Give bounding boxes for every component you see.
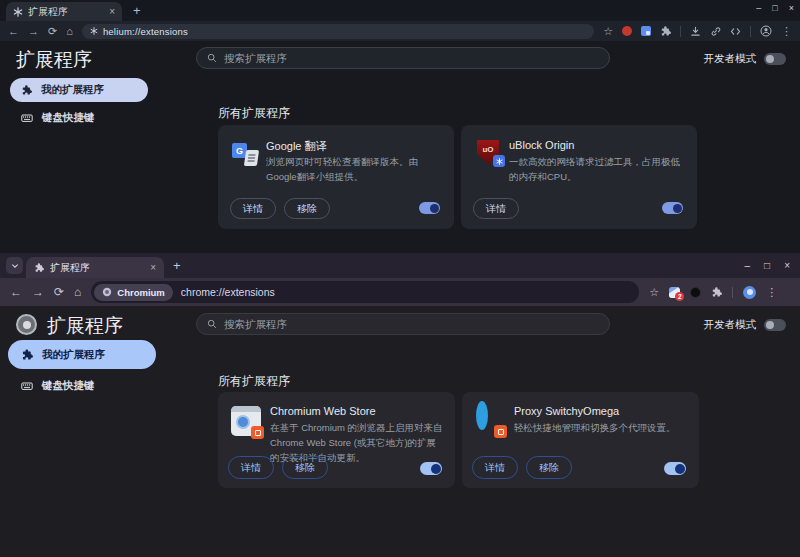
minimize-button[interactable]: – [756,3,761,13]
extension-enabled-toggle[interactable] [419,202,440,214]
details-button[interactable]: 详情 [472,456,518,479]
card-actions: 详情 移除 [472,456,572,479]
tab-extensions[interactable]: 扩展程序 × [26,257,164,278]
extensions-puzzle-icon[interactable] [711,287,722,298]
chromium-web-store-icon [231,406,261,436]
code-icon[interactable] [730,26,741,37]
page-title: 扩展程序 [47,313,123,339]
developer-mode-control: 开发者模式 [704,52,787,66]
close-window-button[interactable]: × [784,260,790,271]
home-icon[interactable]: ⌂ [74,286,81,298]
extension-name: Google 翻译 [266,139,327,154]
developer-mode-toggle[interactable] [764,53,786,65]
extension-enabled-toggle[interactable] [662,202,683,214]
extensions-search[interactable] [196,47,610,69]
section-title: 所有扩展程序 [218,105,290,122]
download-icon[interactable] [690,26,701,37]
card-actions: 详情 [473,198,519,219]
forward-icon[interactable]: → [32,286,44,298]
extension-enabled-toggle[interactable] [420,462,442,475]
card-actions: 详情 移除 [228,456,328,479]
chromium-browser-window: 扩展程序 × + – □ × ← → ⟳ ⌂ Chromium chrome:/… [0,253,800,557]
puzzle-icon [21,85,32,96]
helium-toolbar: ← → ⟳ ⌂ helium://extensions ☆ [0,21,800,41]
back-icon[interactable]: ← [8,26,19,37]
puzzle-favicon-icon [34,263,44,273]
details-button[interactable]: 详情 [230,198,276,219]
back-icon[interactable]: ← [10,286,22,298]
remove-button[interactable]: 移除 [282,456,328,479]
card-actions: 详情 移除 [230,198,330,219]
profile-icon[interactable] [760,25,772,37]
minimize-button[interactable]: – [745,260,751,271]
tab-extensions[interactable]: 扩展程序 × [6,2,122,21]
extension-card-chromium-web-store: Chromium Web Store 在基于 Chromium 的浏览器上启用对… [218,392,455,488]
url-text: helium://extensions [103,26,188,37]
toolbar-divider [750,26,751,37]
bookmark-star-icon[interactable]: ☆ [603,25,613,38]
new-tab-button[interactable]: + [133,3,141,18]
chromium-site-chip[interactable]: Chromium [94,284,173,301]
search-input[interactable] [224,318,599,330]
extension-enabled-toggle[interactable] [664,462,686,475]
close-window-button[interactable]: × [789,3,794,13]
tab-close-icon[interactable]: × [150,263,156,273]
extension-name: Proxy SwitchyOmega [514,405,619,417]
chip-label: Chromium [117,287,165,298]
link-icon[interactable] [710,26,721,37]
chromium-toolbar: ← → ⟳ ⌂ Chromium chrome://extensions ☆ 2 [0,278,800,306]
menu-kebab-icon[interactable]: ⋮ [781,25,792,38]
bookmark-star-icon[interactable]: ☆ [649,286,659,299]
extension-card-google-translate: G Google 翻译 浏览网页时可轻松查看翻译版本。由Google翻译小组提供… [218,125,454,229]
extension-badge-count: 2 [675,292,684,301]
address-bar[interactable]: helium://extensions [82,24,594,39]
sidebar-item-keyboard-shortcuts[interactable]: 键盘快捷键 [21,379,95,393]
update-badge-icon [251,426,264,439]
sidebar-item-my-extensions[interactable]: 我的扩展程序 [8,340,156,369]
toolbar-divider [732,287,733,298]
search-icon [207,319,217,329]
google-translate-icon: G [232,140,258,166]
search-icon [207,53,217,63]
profile-avatar[interactable] [743,286,756,299]
search-input[interactable] [224,52,599,64]
details-button[interactable]: 详情 [228,456,274,479]
sidebar-item-my-extensions[interactable]: 我的扩展程序 [10,78,148,102]
page-title: 扩展程序 [16,47,92,73]
maximize-button[interactable]: □ [772,3,777,13]
tab-search-chevron-icon[interactable] [6,257,23,274]
section-title: 所有扩展程序 [218,373,290,390]
remove-button[interactable]: 移除 [526,456,572,479]
helium-badge-icon [493,155,505,167]
puzzle-icon [21,349,33,361]
extension-description: 轻松快捷地管理和切换多个代理设置。 [514,420,688,435]
helium-favicon-icon [13,7,23,17]
tab-close-icon[interactable]: × [109,7,115,17]
maximize-button[interactable]: □ [764,260,770,271]
developer-mode-label: 开发者模式 [704,52,757,66]
chromium-extensions-page: 扩展程序 开发者模式 我的扩展程序 键 [0,306,800,557]
address-bar[interactable]: Chromium chrome://extensions [91,281,639,303]
developer-mode-control: 开发者模式 [704,318,787,332]
helium-extensions-page: 扩展程序 开发者模式 我的扩展程序 键 [0,41,800,253]
menu-kebab-icon[interactable]: ⋮ [766,286,777,299]
sidebar-item-keyboard-shortcuts[interactable]: 键盘快捷键 [21,111,95,125]
helium-site-icon [90,27,98,35]
details-button[interactable]: 详情 [473,198,519,219]
extensions-search[interactable] [196,313,610,335]
extension-description: 浏览网页时可轻松查看翻译版本。由Google翻译小组提供。 [266,154,440,184]
home-icon[interactable]: ⌂ [66,26,73,37]
new-tab-button[interactable]: + [173,258,181,273]
chromium-logo-icon [16,314,37,335]
reload-icon[interactable]: ⟳ [54,286,64,298]
switchyomega-extension-icon[interactable]: 2 [669,287,680,298]
reload-icon[interactable]: ⟳ [48,26,57,37]
extensions-puzzle-icon[interactable] [660,26,671,37]
developer-mode-toggle[interactable] [764,319,786,331]
translate-extension-icon[interactable] [641,26,651,36]
forward-icon[interactable]: → [28,26,39,37]
remove-button[interactable]: 移除 [284,198,330,219]
tab-title: 扩展程序 [28,5,104,19]
dark-extension-icon[interactable] [690,287,701,298]
ublock-extension-icon[interactable] [622,26,632,36]
